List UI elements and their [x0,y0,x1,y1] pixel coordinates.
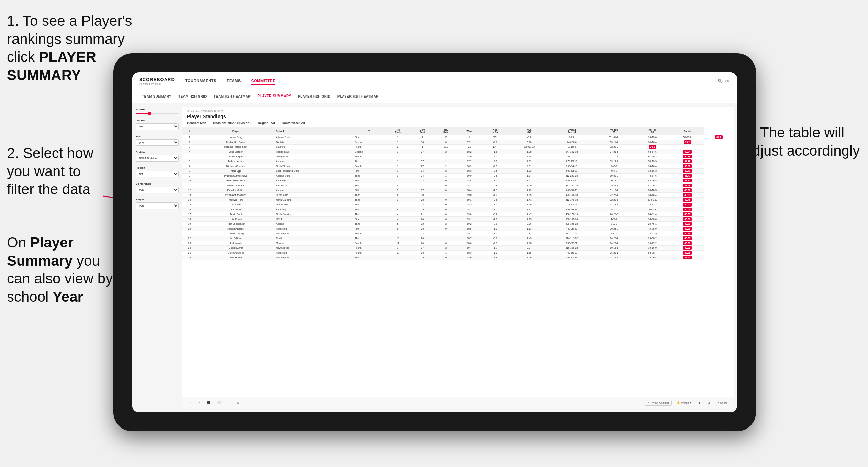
table-cell: -1.5 [481,178,509,183]
table-row: 7Nicholas GabrieleNorth FloridaFourth127… [182,164,734,169]
table-cell: 40.81 [670,222,704,226]
view-original-label: View: Original [652,401,669,404]
table-cell: 44-64-6 [634,174,671,178]
table-cell: Vanderbilt [275,251,354,255]
nav-tournaments[interactable]: TOURNAMENTS [185,77,216,85]
table-cell: 1.68 [509,241,549,246]
table-cell: North Florida [275,164,354,169]
table-row: 21Taehoon SongWashingtonFourth523169.1-1… [182,231,734,236]
data-table[interactable]: # Player School Yr RegRank ConfRank No.R… [182,127,734,397]
toolbar-btn-6[interactable]: ⊕ [235,400,242,405]
table-cell: 40.37 [670,217,704,222]
instruction-2-line1: 2. Select how [7,145,93,161]
table-cell: Wenyi Ding [197,135,275,140]
table-cell: 43.96 [670,188,704,193]
table-cell: 9 [386,226,410,231]
points-value: 46.77 [683,174,692,178]
table-cell: 40.96 [670,231,704,236]
toolbar-btn-4[interactable]: ⬜ [215,400,223,405]
table-cell: 23 [410,222,435,226]
table-cell: 2.72 [509,159,549,164]
table-cell: Arizona State [275,135,354,140]
nav-teams[interactable]: TEAMS [227,77,241,85]
year-label: Year [136,135,179,138]
sub-nav-player-summary[interactable]: PLAYER SUMMARY [255,92,294,100]
table-cell: 88.2 [704,135,734,140]
table-cell: Ole Miss [275,140,354,145]
slider-track[interactable] [136,113,179,114]
table-row: 16Alex GoffKentuckyFifth819068.3-1.71.92… [182,207,734,212]
tablet-screen: SCOREBOARD Powered by clippi TOURNAMENTS… [132,72,737,412]
table-cell: 428-150-30 [549,193,594,198]
table-cell: 31-15-1 [594,188,634,193]
table-cell: Third [354,222,385,226]
division-select[interactable]: NCAA Division I [136,155,179,162]
player-select[interactable]: (All) [136,202,179,209]
table-cell: 412-179-38 [549,198,594,202]
gender-select[interactable]: Men [136,123,179,130]
table-cell: Third [354,193,385,198]
nav-committee[interactable]: COMMITTEE [251,77,276,85]
nav-sign-out[interactable]: Sign out [717,79,730,83]
sub-nav-team-h2h-grid[interactable]: TEAM H2H GRID [176,93,210,100]
table-cell: 440-26-6 [549,140,594,145]
undo-btn[interactable]: ↩ [186,400,193,405]
table-cell: Matthew Riedel [197,226,275,231]
table-cell: 40.75 [670,198,704,202]
table-cell: 1 [435,231,457,236]
table-cell: 562-82-23 [549,255,594,260]
toolbar-btn-3[interactable]: ⬛ [205,400,212,405]
table-cell: 1 [386,164,410,169]
table-cell: 406-172-16 [549,212,594,217]
table-cell: 5 [182,154,197,159]
table-cell: Vanderbilt [275,226,354,231]
table-cell: First [354,159,385,164]
toolbar-btn-5[interactable]: — [225,400,232,405]
table-row: 20Matthew RiedelVanderbiltFifth923068.5-… [182,226,734,231]
redo-btn[interactable]: ↪ [196,400,202,405]
table-cell: Fifth [354,202,385,207]
filter-gender: Gender: Men [187,121,207,125]
share-btn[interactable]: ↗ Share [715,400,730,405]
table-cell: Jake Hall [197,202,275,207]
watch-btn[interactable]: 🔔 Watch ▾ [675,400,693,405]
table-cell: 27 [410,159,435,164]
slider-thumb[interactable] [148,112,151,115]
sub-nav-team-h2h-heatmap[interactable]: TEAM H2H HEATMAP [211,93,253,100]
table-cell: 68.4 [457,188,481,193]
region-select[interactable]: N/A [136,171,179,177]
table-cell: Texas A&M [275,193,354,198]
conference-select[interactable]: (All) [136,187,179,193]
points-value: 48.49 [683,184,692,187]
table-cell: 35-16-4 [634,140,671,145]
table-cell: Brendan Valdes [197,188,275,193]
table-cell: 39.95 [670,251,704,255]
sub-nav-team-summary[interactable]: TEAM SUMMARY [139,93,174,100]
table-cell: 0.96 [509,222,549,226]
table-cell: -1.2 [481,226,509,231]
toolbar-download-btn[interactable]: ⬇ [696,400,703,405]
table-cell: 68.0 [457,154,481,159]
table-cell: 1.61 [509,226,549,231]
view-original-btn[interactable]: 👁 View: Original [645,400,672,406]
table-cell: -0.8 [481,183,509,188]
sidebar-year: Year (All) [136,135,179,146]
table-cell: Cole Sherwood [197,251,275,255]
table-cell: 674-33-12 [549,159,594,164]
table-cell: Fourth [354,246,385,251]
table-cell: Third [354,212,385,217]
table-cell: 0 [435,255,457,260]
table-cell: 208-98-13 [509,145,549,149]
sub-nav-player-h2h-heatmap[interactable]: PLAYER H2H HEATMAP [335,93,381,100]
table-cell: 22-22-0 [594,145,634,149]
toolbar-grid-btn[interactable]: ⊞ [705,400,712,405]
table-cell: 2 [435,246,457,251]
year-select[interactable]: (All) [136,139,179,146]
table-cell: 14-3-3 [594,164,634,169]
table-cell: -1.7 [481,246,509,251]
col-rank: # [182,127,197,135]
table-cell: -1.1 [481,188,509,193]
filter-row: Gender: Men Division: NCAA Division I Re… [187,121,729,125]
sub-nav-player-h2h-grid[interactable]: PLAYER H2H GRID [295,93,333,100]
table-cell: -1.5 [481,231,509,236]
